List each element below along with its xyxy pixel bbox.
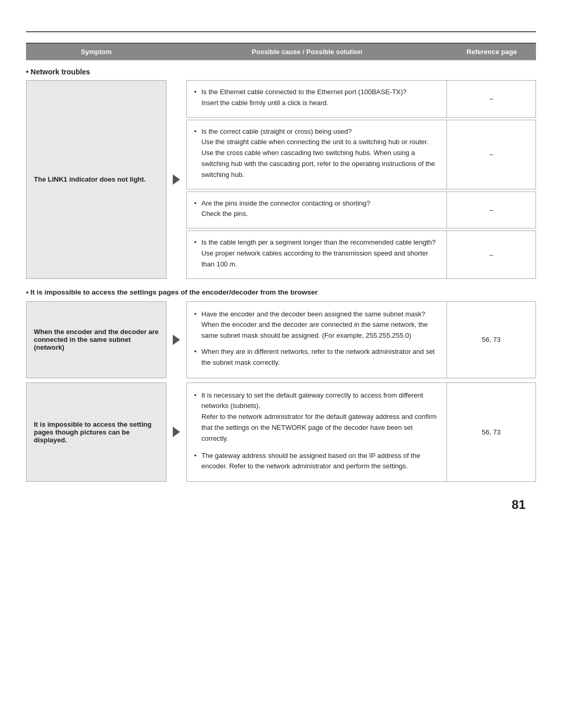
impossible-causes: It is necessary to set the default gatew… (186, 382, 536, 482)
impossible-cause-text-1: It is necessary to set the default gatew… (187, 383, 447, 482)
cause-block-2: Is the correct cable (straight or cross)… (186, 120, 536, 189)
cause-block-3-text: Are the pins inside the connector contac… (187, 192, 447, 228)
encoder-arrow-icon (173, 335, 180, 345)
cause-3-list: Are the pins inside the connector contac… (194, 198, 439, 220)
cause-block-1: Is the Ethernet cable connected to the E… (186, 80, 536, 118)
cause-block-4: Is the cable length per a segment longer… (186, 231, 536, 278)
impossible-symptom: It is impossible to access the setting p… (26, 382, 167, 482)
top-rule (26, 31, 536, 32)
impossible-cause-block-1: It is necessary to set the default gatew… (186, 382, 536, 482)
link1-group: The LINK1 indicator does not light. Is t… (26, 80, 536, 279)
header-refpage: Reference page (448, 44, 536, 60)
arrow-right-icon (173, 174, 180, 185)
cause-3-item-1: Are the pins inside the connector contac… (194, 198, 439, 220)
cause-4-item-1: Is the cable length per a segment longer… (194, 237, 439, 270)
section2-title: • It is impossible to access the setting… (26, 288, 536, 296)
encoder-cause-item-1: Have the encoder and the decoder been as… (194, 309, 439, 341)
impossible-group: It is impossible to access the setting p… (26, 382, 536, 482)
link1-symptom: The LINK1 indicator does not light. (26, 80, 167, 279)
encoder-group: When the encoder and the decoder are con… (26, 301, 536, 378)
cause-2-item-1: Is the correct cable (straight or cross)… (194, 126, 439, 181)
cause-block-2-ref: – (447, 120, 535, 189)
encoder-cause-list-2: When they are in different networks, ref… (194, 347, 439, 368)
impossible-symptom-text: It is impossible to access the setting p… (34, 420, 159, 444)
impossible-cause-ref-1: 56, 73 (447, 383, 535, 482)
encoder-arrow (167, 301, 186, 378)
section1-title: • Network troubles (26, 68, 536, 76)
cause-block-1-ref: – (447, 81, 535, 117)
cause-1-list: Is the Ethernet cable connected to the E… (194, 87, 439, 109)
impossible-cause-item-2: The gateway address should be assigned b… (194, 451, 439, 472)
link1-symptom-text: The LINK1 indicator does not light. (34, 175, 146, 183)
encoder-cause-block-1: Have the encoder and the decoder been as… (186, 301, 536, 378)
header-bar: Symptom Possible cause / Possible soluti… (26, 43, 536, 60)
link1-causes: Is the Ethernet cable connected to the E… (186, 80, 536, 279)
encoder-symptom: When the encoder and the decoder are con… (26, 301, 167, 378)
encoder-causes: Have the encoder and the decoder been as… (186, 301, 536, 378)
encoder-symptom-text: When the encoder and the decoder are con… (34, 328, 159, 351)
cause-block-3-ref: – (447, 192, 535, 228)
impossible-cause-list: It is necessary to set the default gatew… (194, 390, 439, 444)
cause-block-3: Are the pins inside the connector contac… (186, 191, 536, 229)
cause-block-2-text: Is the correct cable (straight or cross)… (187, 120, 447, 189)
cause-block-1-text: Is the Ethernet cable connected to the E… (187, 81, 447, 117)
impossible-arrow (167, 382, 186, 482)
encoder-cause-item-2: When they are in different networks, ref… (194, 347, 439, 368)
encoder-cause-list: Have the encoder and the decoder been as… (194, 309, 439, 341)
header-symptom: Symptom (26, 44, 167, 60)
encoder-cause-text-1: Have the encoder and the decoder been as… (187, 302, 447, 378)
cause-4-list: Is the cable length per a segment longer… (194, 237, 439, 270)
cause-block-4-ref: – (447, 231, 535, 278)
cause-2-list: Is the correct cable (straight or cross)… (194, 126, 439, 181)
cause-1-item-1: Is the Ethernet cable connected to the E… (194, 87, 439, 109)
cause-block-4-text: Is the cable length per a segment longer… (187, 231, 447, 278)
encoder-cause-ref-1: 56, 73 (447, 302, 535, 378)
impossible-cause-item-1: It is necessary to set the default gatew… (194, 390, 439, 444)
header-cause: Possible cause / Possible solution (167, 44, 448, 60)
impossible-cause-list-2: The gateway address should be assigned b… (194, 451, 439, 472)
link1-arrow (167, 80, 186, 279)
page-number: 81 (26, 497, 536, 512)
impossible-arrow-icon (173, 427, 180, 437)
